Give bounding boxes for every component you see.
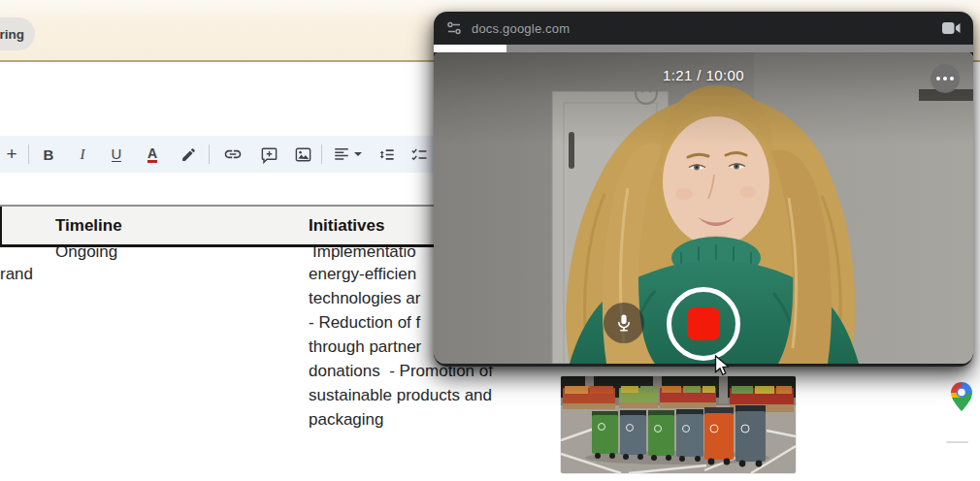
microphone-button[interactable]: [604, 303, 644, 343]
browser-tab-ring[interactable]: ring: [0, 17, 35, 50]
text-color-icon: A: [147, 146, 157, 163]
tab-label: ring: [0, 27, 24, 42]
stop-recording-button[interactable]: [667, 287, 740, 361]
initiatives-line: packaging: [309, 410, 384, 430]
site-settings-icon[interactable]: [446, 20, 462, 36]
insert-link-button[interactable]: [219, 136, 246, 173]
recording-progress-bar: [434, 45, 973, 52]
line-spacing-button[interactable]: [373, 136, 400, 173]
screen: ring + B I U A: [0, 0, 980, 481]
dot-icon: [943, 77, 947, 80]
underline-icon: U: [112, 146, 122, 162]
text-color-button[interactable]: A: [139, 136, 166, 173]
recording-popup[interactable]: docs.google.com: [434, 12, 973, 367]
google-maps-pin-icon[interactable]: [951, 382, 972, 411]
highlight-pen-icon: [180, 146, 197, 163]
initiatives-line: sustainable products and: [309, 386, 492, 405]
mouse-cursor: [714, 355, 730, 380]
table-header-timeline: Timeline: [55, 207, 122, 244]
progress-fill: [434, 45, 506, 52]
italic-button[interactable]: I: [69, 136, 96, 173]
divider-dash: [946, 441, 968, 443]
checklist-icon: [408, 145, 430, 164]
camera-icon[interactable]: [942, 21, 961, 35]
italic-icon: I: [81, 146, 85, 163]
initiatives-line: through partner: [309, 337, 421, 357]
dot-icon: [950, 77, 954, 80]
table-cell-partial: rand: [0, 265, 33, 284]
link-icon: [223, 144, 243, 164]
bins-photo: [561, 376, 796, 473]
toolbar-separator: [209, 144, 210, 164]
microphone-icon: [614, 313, 634, 333]
docs-toolbar: + B I U A: [0, 136, 456, 173]
insert-image-button[interactable]: [289, 136, 316, 173]
webcam-video: 1:21 / 10:00: [434, 52, 973, 364]
popup-header: docs.google.com: [434, 12, 973, 45]
add-comment-button[interactable]: [255, 136, 282, 173]
more-options-button[interactable]: [931, 64, 960, 93]
recording-timer: 1:21 / 10:00: [434, 67, 973, 83]
maps-pin-svg: [951, 382, 972, 411]
initiatives-line: technologies ar: [309, 289, 420, 308]
toolbar-separator: [28, 144, 29, 164]
dot-icon: [936, 77, 940, 80]
highlight-pen-button[interactable]: [175, 136, 202, 173]
align-left-icon: [333, 145, 350, 163]
align-button[interactable]: [328, 136, 367, 173]
bold-icon: B: [44, 146, 54, 163]
insert-plus-icon: +: [6, 144, 16, 165]
table-header-initiatives: Initiatives: [309, 207, 384, 244]
checklist-button[interactable]: [406, 136, 433, 173]
recycling-bins-image[interactable]: [561, 376, 796, 473]
popup-site-url: docs.google.com: [472, 21, 570, 36]
stop-icon: [687, 307, 720, 340]
toolbar-separator: [321, 144, 322, 164]
initiatives-line: energy-efficien: [309, 265, 416, 284]
insert-button[interactable]: +: [0, 136, 25, 173]
line-spacing-icon: [377, 145, 396, 164]
chevron-down-icon: [354, 152, 362, 156]
table-border: [0, 207, 2, 244]
initiatives-line: - Reduction of f: [309, 313, 420, 333]
bold-button[interactable]: B: [35, 136, 62, 173]
underline-button[interactable]: U: [103, 136, 130, 173]
table-header-row: Timeline Initiatives: [0, 205, 456, 247]
insert-image-icon: [294, 145, 312, 164]
add-comment-icon: [260, 145, 278, 164]
